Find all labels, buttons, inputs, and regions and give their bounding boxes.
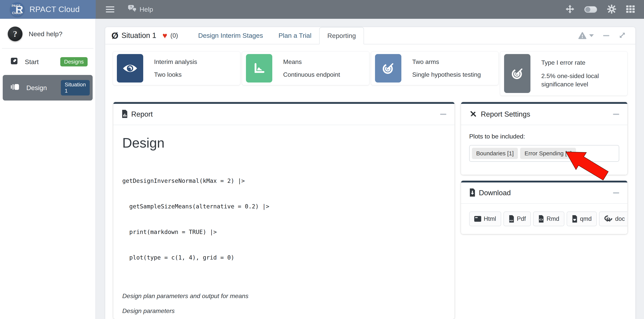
help-label: Help xyxy=(140,5,153,13)
grid-table-icon[interactable] xyxy=(626,5,635,13)
tab-plan-a-trial[interactable]: Plan a Trial xyxy=(271,32,319,39)
theme-toggle-switch[interactable] xyxy=(584,6,597,13)
download-buttons-row: Html PDF Pdf Rmd xyxy=(461,204,627,234)
plot-tag-boundaries[interactable]: Boundaries [1] xyxy=(472,148,518,159)
tab-list: Design Interim Stages Plan a Trial Repor… xyxy=(190,27,364,44)
plots-included-label: Plots to be included: xyxy=(469,133,619,140)
heart-icon[interactable]: ♥ xyxy=(162,31,167,40)
report-panel: Report Design getDesignInverseNormal(kMa… xyxy=(113,102,454,319)
top-bar: R PACT Cloud RPACT Cloud ? Help xyxy=(0,0,644,19)
collapse-download-button[interactable] xyxy=(613,192,619,194)
logo-text-top: PACT xyxy=(12,4,20,8)
card-title: Type I error rate xyxy=(541,58,617,67)
sidebar-divider xyxy=(2,48,94,49)
file-heart-icon xyxy=(572,215,578,223)
download-doc-button[interactable]: R doc xyxy=(599,212,627,226)
minimize-button[interactable] xyxy=(603,35,609,36)
collapse-report-button[interactable] xyxy=(440,114,446,115)
summary-card-means: Means Continuous endpoint xyxy=(242,51,370,85)
sidebar-item-label: Design xyxy=(26,84,47,92)
summary-card-two-arms: Two arms Single hypothesis testing xyxy=(371,51,498,85)
report-panel-header: Report xyxy=(113,104,454,125)
report-file-icon xyxy=(122,110,128,119)
report-body: Design getDesignInverseNormal(kMax = 2) … xyxy=(113,125,454,319)
sidebar-item-label: Start xyxy=(25,58,39,66)
tools-icon xyxy=(469,110,477,119)
svg-text:PDF: PDF xyxy=(510,219,513,222)
design-icon xyxy=(10,83,20,93)
report-settings-header: Report Settings xyxy=(461,104,627,125)
panel-title: Report Settings xyxy=(481,110,530,118)
designs-badge: Designs xyxy=(60,57,88,66)
card-title: Means xyxy=(283,58,340,66)
annotation-arrow xyxy=(562,150,614,182)
report-heading: Design xyxy=(122,135,446,151)
card-subtitle: 2.5% one-sided local significance level xyxy=(541,72,617,88)
file-code-icon xyxy=(538,215,544,223)
brand-header[interactable]: R PACT Cloud RPACT Cloud xyxy=(0,0,96,19)
arrows-move-icon[interactable] xyxy=(566,5,574,14)
download-rmd-button[interactable]: Rmd xyxy=(533,212,564,226)
download-pdf-button[interactable]: PDF Pdf xyxy=(504,212,531,226)
warnings-dropdown[interactable] xyxy=(578,32,594,39)
chevron-down-icon xyxy=(589,34,594,37)
expand-diagonal-icon[interactable] xyxy=(618,31,626,40)
situation-title: Situation 1 xyxy=(122,31,156,40)
tab-actions xyxy=(578,31,635,40)
question-mark-icon: ? xyxy=(8,26,22,41)
chart-icon xyxy=(246,54,272,82)
svg-text:?: ? xyxy=(130,5,132,9)
r-code-block: getDesignInverseNormal(kMax = 2) |> getS… xyxy=(122,160,446,279)
need-help-label: Need help? xyxy=(29,30,62,38)
target-arrow-icon xyxy=(504,54,530,93)
download-html-button[interactable]: Html xyxy=(469,212,501,226)
collapse-settings-button[interactable] xyxy=(613,114,619,115)
summary-card-type1-error: Type I error rate 2.5% one-sided local s… xyxy=(500,51,628,96)
card-title: Two arms xyxy=(412,58,481,66)
download-panel-header: Download xyxy=(461,182,627,204)
panel-title: Download xyxy=(479,189,511,197)
file-pdf-icon: PDF xyxy=(508,215,514,223)
sidebar-item-start[interactable]: Start Designs xyxy=(3,54,93,70)
window-icon xyxy=(474,216,481,222)
r-logo-icon: R xyxy=(604,215,612,223)
rpact-logo: R PACT Cloud xyxy=(10,2,24,17)
likes-count: (0) xyxy=(170,32,178,39)
sidebar: ? Need help? Start Designs Design Situat… xyxy=(0,19,96,319)
situation-badge: Situation 1 xyxy=(61,80,90,95)
sun-icon[interactable] xyxy=(607,5,616,14)
tabs-row: Ø Situation 1 ♥ (0) Design Interim Stage… xyxy=(105,27,635,44)
file-download-icon xyxy=(469,188,476,197)
hamburger-menu-icon[interactable] xyxy=(106,6,114,12)
summary-card-interim: Interim analysis Two looks xyxy=(113,51,240,85)
card-subtitle: Continuous endpoint xyxy=(283,70,340,79)
svg-text:R: R xyxy=(606,217,610,223)
target-arrow-icon xyxy=(375,54,401,82)
help-chat-icon: ? xyxy=(128,5,137,14)
eye-icon xyxy=(117,54,143,82)
tab-design-interim-stages[interactable]: Design Interim Stages xyxy=(190,32,271,39)
report-intro: Design plan parameters and output for me… xyxy=(122,293,446,300)
tab-reporting[interactable]: Reporting xyxy=(319,27,364,44)
start-icon xyxy=(10,57,18,66)
top-navbar: ? Help xyxy=(96,0,644,19)
situation-header: Ø Situation 1 ♥ (0) xyxy=(112,31,178,40)
download-qmd-button[interactable]: qmd xyxy=(567,212,597,226)
need-help-link[interactable]: ? Need help? xyxy=(0,19,95,48)
panel-title: Report xyxy=(131,110,153,118)
design-parameters-heading: Design parameters xyxy=(122,307,446,315)
main-content-card: Ø Situation 1 ♥ (0) Design Interim Stage… xyxy=(105,27,635,319)
app-title: RPACT Cloud xyxy=(30,5,80,14)
logo-text-bottom: Cloud xyxy=(12,11,21,15)
empty-set-icon: Ø xyxy=(112,31,118,40)
card-subtitle: Two looks xyxy=(154,70,197,79)
card-title: Interim analysis xyxy=(154,58,197,66)
summary-cards-row: Interim analysis Two looks Means Continu… xyxy=(105,44,635,96)
card-subtitle: Single hypothesis testing xyxy=(412,70,481,79)
warning-triangle-icon xyxy=(578,32,586,39)
download-panel: Download Html PDF Pdf xyxy=(461,181,627,234)
help-menu[interactable]: ? Help xyxy=(128,5,153,14)
sidebar-item-design[interactable]: Design Situation 1 xyxy=(3,75,93,100)
